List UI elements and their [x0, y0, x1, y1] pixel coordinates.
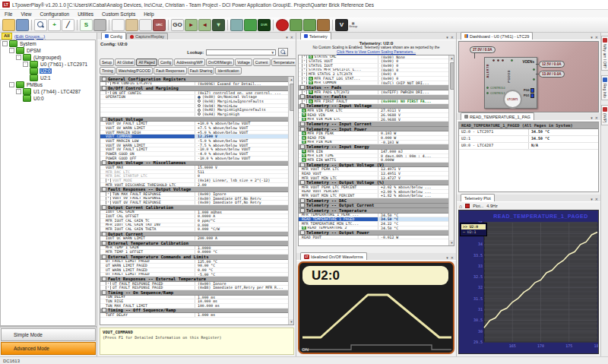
- collapse-icon[interactable]: [102, 308, 106, 312]
- group-icon[interactable]: ▦Group: [349, 22, 357, 28]
- category-fault-responses[interactable]: Fault Responses: [154, 67, 187, 74]
- expand-icon[interactable]: +: [106, 91, 111, 95]
- expand-icon[interactable]: +: [106, 179, 111, 182]
- menu-help[interactable]: Help: [144, 11, 154, 17]
- tab-telemetry[interactable]: Telemetry: [300, 32, 331, 40]
- scrollbar-thumb[interactable]: [290, 84, 294, 111]
- close-icon[interactable]: ✕: [451, 35, 454, 40]
- copy-icon[interactable]: [112, 19, 125, 31]
- tree-expander[interactable]: -: [2, 41, 8, 46]
- tree-item-u0-0[interactable]: U0:0: [1, 95, 95, 102]
- urc-icon[interactable]: URC: [153, 19, 166, 31]
- menu-utilities[interactable]: Utilities: [78, 11, 93, 17]
- ram-to-pc-icon[interactable]: ◂: [198, 19, 211, 31]
- home-icon[interactable]: ⌂: [459, 204, 462, 209]
- register-row-toff-delay[interactable]: TOFF_DELAY1.000 ms: [100, 313, 293, 318]
- tree-item-dpsm[interactable]: -DPSM: [1, 47, 95, 54]
- advanced-mode-button[interactable]: Advanced Mode: [1, 342, 96, 355]
- legend-item--u2-0[interactable]: >> U2:0: [461, 224, 486, 229]
- tree-item-u0-7-h61-ltc2971[interactable]: -U0 (7'h61) - LTC2971: [1, 61, 95, 68]
- pcb-dark-icon[interactable]: DVR: [258, 19, 271, 31]
- category-identification[interactable]: Identification: [215, 67, 241, 74]
- stop-icon[interactable]: [465, 204, 470, 208]
- tree-item-system[interactable]: -System: [1, 40, 95, 47]
- close-icon[interactable]: ✕: [595, 197, 598, 201]
- menu-file[interactable]: File: [5, 11, 12, 17]
- category-on-off-margin[interactable]: On/Off/Margin: [206, 59, 234, 66]
- expand-icon[interactable]: +: [302, 59, 307, 63]
- expand-icon[interactable]: +: [302, 68, 307, 72]
- expand-icon[interactable]: +: [302, 55, 307, 59]
- category-config[interactable]: Config: [158, 59, 173, 66]
- tab-capture-replay[interactable]: Capture/Replay: [126, 33, 168, 40]
- scope-icon[interactable]: S: [80, 19, 93, 31]
- category-timing[interactable]: Timing: [100, 67, 116, 74]
- simple-mode-button[interactable]: Simple Mode: [1, 328, 96, 341]
- radio-icon[interactable]: [198, 112, 201, 116]
- radio-icon[interactable]: [198, 100, 201, 103]
- reset-icon[interactable]: [276, 19, 289, 31]
- collapse-icon[interactable]: [300, 163, 305, 167]
- register-value[interactable]: (0xA4) MarginHigh: [195, 112, 293, 116]
- paste-icon[interactable]: [125, 19, 138, 31]
- close-icon[interactable]: ✕: [451, 255, 454, 260]
- category-all-paged[interactable]: All Paged: [136, 59, 157, 66]
- collapse-icon[interactable]: [102, 86, 106, 90]
- category-setup[interactable]: Setup: [100, 59, 114, 66]
- dock-tab--wip-[interactable]: (WIP): [601, 105, 608, 125]
- collapse-icon[interactable]: [300, 127, 305, 131]
- expand-icon[interactable]: +: [106, 82, 111, 86]
- tab-config[interactable]: Config: [101, 32, 126, 40]
- collapse-icon[interactable]: [300, 122, 305, 126]
- go-ram-icon[interactable]: GO: [171, 19, 184, 31]
- collapse-icon[interactable]: [102, 255, 106, 259]
- tab-telemetry-plot[interactable]: Telemetry Plot: [461, 194, 495, 201]
- category-addressing-wp[interactable]: Addressing/WP: [174, 59, 204, 66]
- register-value[interactable]: (0x98) MarginLowIgnoreFaults: [195, 100, 293, 103]
- scrollbar-thumb[interactable]: [450, 62, 454, 90]
- collapse-icon[interactable]: [102, 277, 106, 281]
- expand-icon[interactable]: +: [106, 201, 111, 204]
- temp-row-u0-0-ltc4287[interactable]: U0:0 - LTC4287N/A: [459, 143, 598, 150]
- camera-icon[interactable]: [93, 19, 106, 31]
- scroll-down-icon[interactable]: ▼: [449, 240, 454, 245]
- radio-icon[interactable]: [198, 96, 201, 99]
- menu-custom-scripts[interactable]: Custom Scripts: [102, 11, 135, 17]
- legend-item-u2-1[interactable]: — U2:1: [461, 229, 486, 235]
- tab-read-temperature[interactable]: READ_TEMPERATURE_1_PAG: [461, 112, 534, 120]
- lookup-search-button[interactable]: [278, 48, 288, 56]
- category-fault-sharing[interactable]: Fault Sharing: [188, 67, 215, 74]
- custom-scaling-link[interactable]: Click Here to View Custom Scaling Parame…: [296, 50, 456, 54]
- collapse-icon[interactable]: [102, 232, 106, 236]
- category-voltage[interactable]: Voltage: [235, 59, 252, 66]
- collapse-icon[interactable]: [102, 160, 106, 165]
- panel-menu-icon[interactable]: ▾: [591, 197, 593, 201]
- fault-log-clear-icon[interactable]: [303, 19, 316, 31]
- menu-configuration[interactable]: Configuration: [40, 11, 69, 17]
- tab-waveforms[interactable]: LT Idealized On/Off Waveforms: [300, 252, 367, 260]
- group-all-chip[interactable]: All: [2, 33, 12, 40]
- zoom-icon[interactable]: [34, 19, 47, 31]
- category-all-global[interactable]: All Global: [115, 59, 135, 66]
- collapse-icon[interactable]: [102, 117, 106, 122]
- dock-tab-reg-info[interactable]: Reg Info: [601, 75, 608, 100]
- temp-row-u2-1[interactable]: U2:134.50 °C: [459, 136, 598, 143]
- collapse-icon[interactable]: [300, 230, 305, 235]
- tree-item-u2-1[interactable]: U2:1: [1, 74, 95, 81]
- edit-groups-link[interactable]: (Edit Groups...): [14, 34, 46, 39]
- scroll-up-icon[interactable]: ▲: [289, 77, 294, 82]
- collapse-icon[interactable]: [300, 180, 305, 185]
- pc-to-ram-icon[interactable]: ▸: [185, 19, 198, 31]
- vertical-icon[interactable]: V: [335, 19, 348, 31]
- expand-icon[interactable]: +: [302, 100, 307, 103]
- register-value[interactable]: (0x80) On/Nominal Voltage: [195, 95, 293, 99]
- scroll-up-icon[interactable]: ▲: [449, 55, 454, 61]
- add-rail-icon[interactable]: +: [48, 19, 61, 31]
- fault-log-read-icon[interactable]: [290, 19, 302, 31]
- collapse-icon[interactable]: [300, 198, 305, 203]
- expand-icon[interactable]: +: [106, 197, 111, 201]
- panel-menu-icon[interactable]: ▾: [446, 255, 448, 260]
- panel-menu-icon[interactable]: ▾: [591, 116, 593, 120]
- collapse-icon[interactable]: [300, 144, 305, 149]
- collapse-icon[interactable]: [102, 77, 106, 81]
